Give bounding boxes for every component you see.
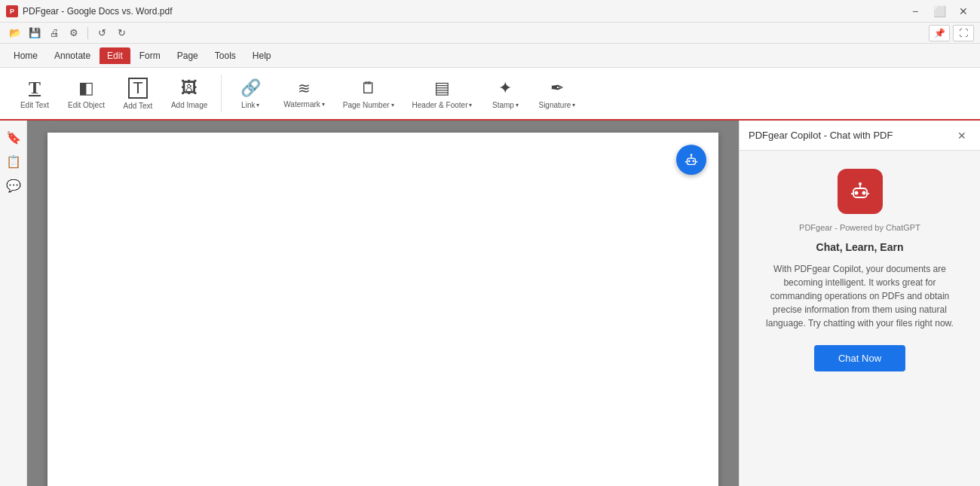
signature-label: Signature▾	[538, 101, 575, 109]
copilot-description: With PDFgear Copilot, your documents are…	[755, 262, 965, 330]
app-icon: P	[6, 5, 18, 17]
add-image-label: Add Image	[171, 101, 207, 109]
pdf-page	[47, 133, 718, 486]
edit-text-icon: T	[29, 78, 41, 98]
svg-point-0	[688, 160, 691, 162]
comments-panel-button[interactable]: 💬	[3, 175, 24, 196]
save-button[interactable]: 💾	[26, 24, 44, 42]
window-controls: − ⬜ ✕	[905, 4, 974, 19]
right-controls: 📌 ⛶	[929, 25, 974, 41]
edit-text-label: Edit Text	[20, 101, 49, 109]
toolbar-separator	[87, 27, 88, 39]
menu-tools[interactable]: Tools	[207, 47, 243, 64]
link-label: Link▾	[241, 101, 259, 109]
pdf-viewer[interactable]	[27, 121, 739, 486]
main-content: 🔖 📋 💬 PDFgear Copilot - Chat w	[0, 121, 980, 486]
copilot-logo	[838, 169, 883, 214]
close-button[interactable]: ✕	[953, 4, 974, 19]
fullscreen-button[interactable]: ⛶	[953, 25, 974, 41]
add-text-label: Add Text	[124, 102, 153, 110]
page-number-button[interactable]: 🗒 Page Number▾	[335, 71, 402, 116]
add-image-button[interactable]: 🖼 Add Image	[164, 71, 215, 116]
menu-edit[interactable]: Edit	[100, 47, 130, 64]
add-image-icon: 🖼	[181, 78, 198, 98]
menu-bar: Home Annotate Edit Form Page Tools Help	[0, 44, 980, 68]
minimize-button[interactable]: −	[905, 4, 926, 19]
svg-point-9	[862, 191, 865, 195]
link-button[interactable]: 🔗 Link▾	[228, 71, 273, 116]
quick-access-toolbar: 📂 💾 🖨 ⚙ ↺ ↻ 📌 ⛶	[0, 23, 980, 44]
page-number-label: Page Number▾	[343, 101, 394, 109]
menu-form[interactable]: Form	[132, 47, 168, 64]
edit-object-button[interactable]: ◧ Edit Object	[60, 71, 112, 116]
add-text-icon: T	[128, 78, 147, 99]
undo-button[interactable]: ↺	[93, 24, 111, 42]
copilot-ai-icon	[683, 151, 700, 168]
edit-object-label: Edit Object	[68, 101, 105, 109]
header-footer-button[interactable]: ▤ Header & Footer▾	[405, 71, 480, 116]
copilot-powered-text: PDFgear - Powered by ChatGPT	[799, 223, 920, 232]
edit-object-icon: ◧	[78, 78, 94, 98]
title-bar: P PDFgear - Google Docs vs. Word.pdf − ⬜…	[0, 0, 980, 23]
watermark-label: Watermark▾	[283, 100, 325, 109]
add-text-button[interactable]: T Add Text	[115, 71, 161, 116]
left-sidebar: 🔖 📋 💬	[0, 121, 27, 486]
redo-button[interactable]: ↻	[112, 24, 130, 42]
stamp-button[interactable]: ✦ Stamp▾	[482, 71, 528, 116]
signature-button[interactable]: ✒ Signature▾	[531, 71, 583, 116]
pages-panel-button[interactable]: 📋	[3, 151, 24, 172]
open-file-button[interactable]: 📂	[6, 24, 24, 42]
svg-rect-7	[847, 178, 874, 205]
svg-point-8	[854, 191, 858, 195]
panel-close-button[interactable]: ✕	[953, 127, 971, 145]
svg-point-4	[691, 154, 693, 156]
copilot-panel: PDFgear Copilot - Chat with PDF ✕	[739, 121, 980, 486]
maximize-button[interactable]: ⬜	[929, 4, 950, 19]
panel-body: PDFgear - Powered by ChatGPT Chat, Learn…	[740, 151, 980, 486]
panel-header: PDFgear Copilot - Chat with PDF ✕	[740, 121, 980, 151]
properties-button[interactable]: ⚙	[65, 24, 83, 42]
panel-title: PDFgear Copilot - Chat with PDF	[749, 130, 893, 141]
copilot-tagline: Chat, Learn, Earn	[816, 241, 904, 253]
print-button[interactable]: 🖨	[45, 24, 63, 42]
svg-point-12	[859, 182, 862, 185]
bookmarks-panel-button[interactable]: 🔖	[3, 127, 24, 148]
watermark-icon: ≋	[298, 79, 311, 97]
header-footer-icon: ▤	[434, 78, 450, 98]
stamp-label: Stamp▾	[492, 101, 519, 109]
menu-help[interactable]: Help	[245, 47, 279, 64]
pin-button[interactable]: 📌	[929, 25, 950, 41]
menu-home[interactable]: Home	[6, 47, 45, 64]
link-icon: 🔗	[240, 78, 261, 98]
menu-annotate[interactable]: Annotate	[47, 47, 98, 64]
watermark-button[interactable]: ≋ Watermark▾	[276, 71, 332, 116]
chat-now-button[interactable]: Chat Now	[814, 345, 905, 371]
edit-toolbar: T Edit Text ◧ Edit Object T Add Text 🖼 A…	[0, 68, 980, 121]
page-number-icon: 🗒	[360, 78, 377, 98]
menu-page[interactable]: Page	[170, 47, 206, 64]
header-footer-label: Header & Footer▾	[412, 101, 473, 109]
window-title: PDFgear - Google Docs vs. Word.pdf	[23, 6, 173, 17]
pdfgear-logo-icon	[847, 178, 874, 205]
svg-point-1	[692, 160, 694, 162]
copilot-bubble-button[interactable]	[676, 145, 706, 175]
toolbar-sep-1	[221, 75, 222, 112]
signature-icon: ✒	[550, 78, 564, 98]
stamp-icon: ✦	[498, 78, 512, 98]
edit-text-button[interactable]: T Edit Text	[12, 71, 57, 116]
